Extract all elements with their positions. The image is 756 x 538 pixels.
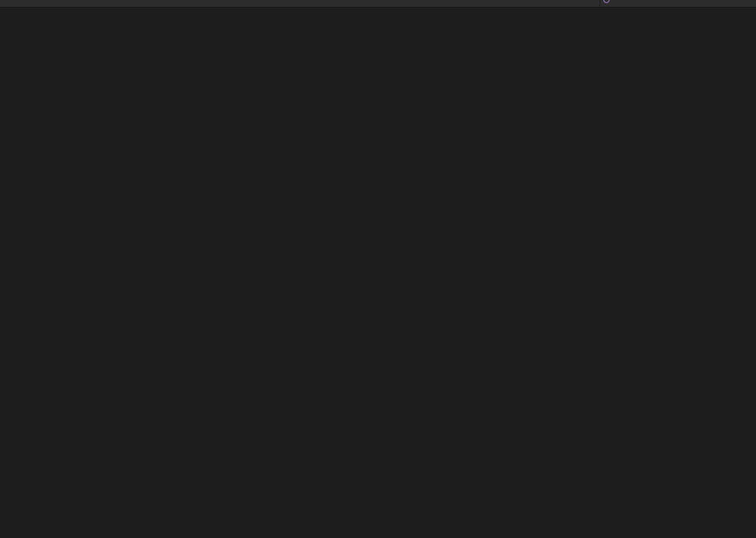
breadcrumb-bar: [0, 0, 756, 8]
breadcrumb-symbol[interactable]: [603, 0, 613, 6]
method-icon: [603, 0, 610, 3]
breadcrumb-divider: [600, 0, 600, 7]
editor-decorations: [0, 0, 756, 538]
